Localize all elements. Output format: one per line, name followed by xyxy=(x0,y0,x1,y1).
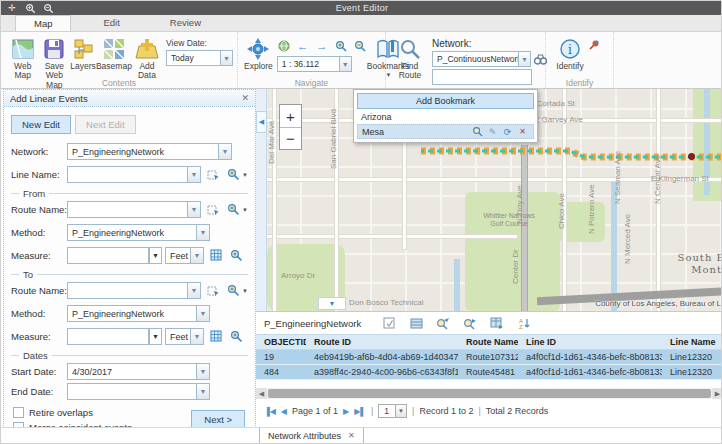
pushpin-icon[interactable] xyxy=(588,39,600,51)
find-route-button[interactable]: Find Route xyxy=(392,35,428,81)
network-combo[interactable]: P_ContinuousNetwork ▼ xyxy=(432,51,531,67)
close-icon[interactable]: ✕ xyxy=(348,431,355,440)
zoom-select-icon[interactable] xyxy=(226,202,241,217)
view-date-combo[interactable]: Today ▼ xyxy=(166,50,233,66)
close-icon[interactable]: ✕ xyxy=(241,93,249,103)
column-header[interactable]: Route Name xyxy=(458,335,518,349)
chevron-down-icon[interactable]: ▼ xyxy=(149,247,162,264)
zoom-select-icon[interactable] xyxy=(229,329,244,344)
chevron-down-icon[interactable]: ▼ xyxy=(220,50,233,66)
next-page-icon[interactable]: ▶ xyxy=(343,407,349,416)
select-on-map-icon[interactable] xyxy=(206,167,221,182)
zoom-select-icon[interactable] xyxy=(226,283,241,298)
pan-to-selection-icon[interactable] xyxy=(463,316,477,330)
chevron-down-icon[interactable]: ▼ xyxy=(242,207,248,213)
prev-page-icon[interactable]: ◀ xyxy=(281,407,287,416)
add-data-button[interactable]: Add Data xyxy=(132,35,162,81)
bookmark-item[interactable]: Arizona xyxy=(357,109,534,124)
collapse-panel-icon[interactable]: ◀ xyxy=(256,111,267,133)
select-on-map-icon[interactable] xyxy=(206,202,221,217)
zoom-to-selection-icon[interactable] xyxy=(436,316,450,330)
to-method-select[interactable]: P_EngineeringNetwork xyxy=(67,305,197,322)
chevron-down-icon[interactable]: ▼ xyxy=(188,282,201,299)
horizontal-scrollbar[interactable]: ◀ ▶ xyxy=(256,388,722,399)
route-search-input[interactable] xyxy=(432,69,532,85)
map-canvas[interactable]: E Cortada St E Garvey Ave E Klingerman S… xyxy=(267,89,722,311)
new-edit-button[interactable]: New Edit xyxy=(11,115,71,134)
explore-button[interactable]: Explore xyxy=(244,35,273,71)
add-bookmark-button[interactable]: Add Bookmark xyxy=(357,93,534,109)
column-header[interactable]: Line Name xyxy=(662,335,722,349)
chevron-down-icon[interactable]: ▼ xyxy=(242,288,248,294)
sort-icon[interactable]: AZ xyxy=(517,316,531,330)
chevron-down-icon[interactable]: ▼ xyxy=(396,404,407,418)
chevron-down-icon[interactable]: ▼ xyxy=(191,247,204,264)
retire-overlaps-checkbox[interactable] xyxy=(13,407,24,418)
measure-table-icon[interactable] xyxy=(209,248,224,263)
chevron-down-icon[interactable]: ▼ xyxy=(188,166,201,183)
scroll-right-icon[interactable]: ▶ xyxy=(712,388,722,399)
end-date-input[interactable] xyxy=(67,383,197,400)
edit-bookmark-icon[interactable]: ✎ xyxy=(486,126,499,138)
scroll-left-icon[interactable]: ◀ xyxy=(256,388,267,399)
basemap-button[interactable]: Basemap xyxy=(96,35,132,71)
tab-edit[interactable]: Edit xyxy=(85,15,137,31)
tab-map[interactable]: Map xyxy=(15,15,71,31)
chevron-down-icon[interactable]: ▼ xyxy=(197,305,210,322)
previous-extent-icon[interactable]: ← xyxy=(296,39,310,53)
chevron-down-icon[interactable]: ▼ xyxy=(197,363,210,380)
chevron-down-icon[interactable]: ▼ xyxy=(219,143,232,160)
web-map-button[interactable]: Web Map xyxy=(7,35,39,81)
chevron-down-icon[interactable]: ▼ xyxy=(191,328,204,345)
table-row[interactable]: 194eb9419b-af6b-4d04-ab69-1d403476802bRo… xyxy=(256,350,722,365)
select-on-map-icon[interactable] xyxy=(206,283,221,298)
page-select[interactable]: 1 ▼ xyxy=(378,404,407,418)
map-zoom-in-button[interactable]: + xyxy=(280,105,301,127)
select-records-icon[interactable] xyxy=(382,316,396,330)
to-unit-select[interactable]: Feet xyxy=(165,328,191,345)
chevron-down-icon[interactable]: ▼ xyxy=(188,201,201,218)
zoom-in-icon[interactable] xyxy=(334,39,348,53)
next-extent-icon[interactable]: → xyxy=(315,39,329,53)
to-route-name-input[interactable] xyxy=(67,282,188,299)
column-header[interactable]: OBJECTID xyxy=(256,335,306,349)
last-page-icon[interactable]: ▶▌ xyxy=(354,407,366,416)
map-zoom-out-button[interactable]: − xyxy=(280,127,301,149)
chevron-down-icon[interactable]: ▼ xyxy=(197,383,210,400)
chevron-down-icon[interactable]: ▼ xyxy=(197,224,210,241)
attribute-window-icon[interactable] xyxy=(409,316,423,330)
from-route-name-input[interactable] xyxy=(67,201,188,218)
first-page-icon[interactable]: ▐◀ xyxy=(264,407,276,416)
full-extent-icon[interactable] xyxy=(277,39,291,53)
measure-table-icon[interactable] xyxy=(209,329,224,344)
panel-splitter[interactable]: ◀ xyxy=(256,89,267,311)
add-selected-icon[interactable] xyxy=(490,316,504,330)
from-measure-input[interactable] xyxy=(67,247,149,264)
zoom-select-icon[interactable] xyxy=(229,248,244,263)
start-date-input[interactable]: 4/30/2017 xyxy=(67,363,197,380)
chevron-down-icon[interactable]: ▼ xyxy=(339,56,352,72)
next-edit-button[interactable]: Next Edit xyxy=(75,115,136,134)
bookmark-item[interactable]: Mesa ✎ ⟳ ✕ xyxy=(357,124,534,139)
table-row[interactable]: 484a398ff4c-2940-4c00-96b6-c6343f8f1711R… xyxy=(256,365,722,380)
to-measure-input[interactable] xyxy=(67,328,149,345)
scrollbar-thumb[interactable] xyxy=(268,389,711,398)
from-method-select[interactable]: P_EngineeringNetwork xyxy=(67,224,197,241)
chevron-down-icon[interactable]: ▼ xyxy=(242,172,248,178)
zoom-out-icon[interactable] xyxy=(353,39,367,53)
collapse-table-icon[interactable]: ▼ xyxy=(318,297,346,310)
from-unit-select[interactable]: Feet xyxy=(165,247,191,264)
layers-button[interactable]: Layers xyxy=(70,35,96,71)
tab-network-attributes[interactable]: Network Attributes ✕ xyxy=(259,428,364,444)
chevron-down-icon[interactable]: ▼ xyxy=(518,51,531,67)
identify-button[interactable]: i Identify xyxy=(552,35,588,71)
column-header[interactable]: Route ID xyxy=(306,335,458,349)
column-header[interactable]: Line ID xyxy=(518,335,662,349)
refresh-bookmark-icon[interactable]: ⟳ xyxy=(501,126,514,138)
tab-review[interactable]: Review xyxy=(152,15,219,31)
delete-bookmark-icon[interactable]: ✕ xyxy=(516,126,529,138)
network-select[interactable]: P_EngineeringNetwork xyxy=(67,143,219,160)
zoom-to-bookmark-icon[interactable] xyxy=(471,126,484,138)
line-name-input[interactable] xyxy=(67,166,188,183)
scale-combo[interactable]: 1 : 36.112 ▼ xyxy=(277,56,367,72)
